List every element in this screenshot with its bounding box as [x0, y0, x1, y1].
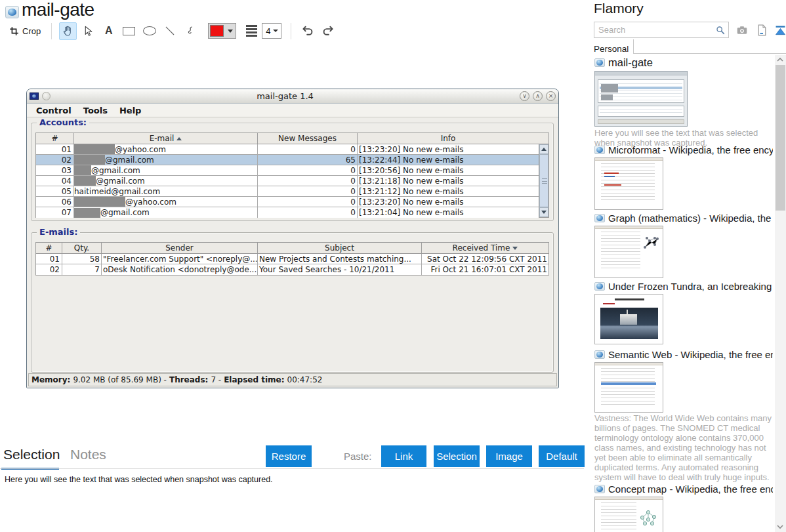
snapshot-thumbnail[interactable] — [594, 294, 663, 344]
snapshot-title: Microformat - Wikipedia, the free encycl… — [608, 144, 773, 155]
snapshot-item-microformat[interactable]: Microformat - Wikipedia, the free encycl… — [594, 144, 773, 210]
line-tool-button[interactable] — [161, 22, 178, 40]
document-icon — [757, 24, 767, 36]
toolbar-separator — [51, 23, 52, 39]
restore-button[interactable]: Restore — [266, 445, 312, 467]
redo-button[interactable] — [319, 22, 337, 40]
search-box[interactable] — [594, 22, 729, 38]
emails-group: E-mails: # Qty. Sender Subject Received … — [31, 232, 554, 373]
tabs-divider — [0, 468, 584, 469]
select-arrow-tool-button[interactable] — [79, 22, 97, 40]
size-value: 4 — [266, 26, 270, 36]
scrollbar-thumb[interactable] — [776, 65, 785, 211]
undo-button[interactable] — [299, 22, 316, 40]
scroll-to-top-icon — [774, 25, 786, 36]
emails-table: # Qty. Sender Subject Received Time 01 5… — [35, 242, 549, 276]
size-dropdown[interactable]: 4 — [262, 23, 281, 39]
undo-icon — [300, 24, 315, 37]
tab-notes[interactable]: Notes — [70, 447, 106, 462]
snapshot-item-conceptmap[interactable]: Concept map - Wikipedia, the free encycl… — [594, 483, 773, 532]
search-icon — [715, 25, 728, 35]
crop-button[interactable]: Crop — [6, 22, 44, 40]
window-icon — [30, 92, 39, 100]
accounts-rows: 01 @yahoo.com 0 [13:23:20] No new e-mail… — [36, 144, 539, 218]
flamory-sidebar: Flamory Personal mail-gate Here you will… — [589, 0, 786, 532]
scroll-down-icon — [539, 207, 548, 217]
selection-text: Here you will see the text that was sele… — [5, 475, 273, 484]
menu-help: Help — [114, 106, 147, 115]
column-header-email: E-mail — [74, 133, 258, 144]
snapshot-icon — [594, 146, 605, 154]
paste-default-button[interactable]: Default — [539, 445, 585, 467]
snapshot-title: Under Frozen Tundra, an Icebreaking Ship… — [608, 281, 773, 292]
window-status-bar: Memory:9.02 MB (of 85.69 MB) - Threads:7… — [28, 373, 557, 386]
snapshot-item-mailgate[interactable]: mail-gate Here you will see the text tha… — [594, 56, 773, 148]
accounts-group-label: Accounts: — [37, 117, 89, 127]
menu-tools: Tools — [77, 106, 114, 115]
hand-icon — [62, 25, 74, 37]
snapshot-title: Graph (mathematics) - Wikipedia, the fre… — [608, 213, 773, 224]
flamory-app-icon — [5, 6, 19, 18]
minimize-icon: ∨ — [520, 91, 529, 101]
toolbar-separator — [291, 23, 291, 39]
sidebar-title: Flamory — [594, 1, 644, 16]
snapshot-title: mail-gate — [608, 56, 653, 69]
snapshot-thumbnail[interactable] — [594, 71, 688, 127]
text-tool-icon: A — [105, 25, 113, 37]
color-picker-dropdown[interactable] — [208, 23, 236, 39]
email-row: 02 7 oDesk Notification <donotreply@ode.… — [36, 264, 548, 275]
scroll-up-icon[interactable] — [776, 56, 784, 64]
account-row: 03 @gmail.com 0 [13:20:56] No new e-mail… — [36, 165, 539, 176]
snapshot-item-semanticweb[interactable]: Semantic Web - Wikipedia, the free encyc… — [594, 349, 773, 413]
camera-capture-button[interactable] — [734, 22, 750, 38]
paste-image-button[interactable]: Image — [486, 445, 532, 467]
tab-personal[interactable]: Personal — [594, 39, 631, 54]
accounts-table: # E-mail New Messages Info 01 @yahoo.com… — [35, 133, 549, 218]
snapshot-item-graph[interactable]: Graph (mathematics) - Wikipedia, the fre… — [594, 213, 773, 278]
snapshot-preview-image[interactable]: mail-gate 1.4 ∨ ∧ × Control Tools Help A… — [26, 89, 559, 388]
window-menubar: Control Tools Help — [27, 104, 558, 117]
window-title: mail-gate 1.4 — [51, 91, 520, 101]
window-content: Accounts: # E-mail New Messages Info 01 … — [27, 117, 558, 388]
rectangle-icon — [123, 27, 135, 35]
snapshot-icon — [594, 485, 605, 493]
snapshot-icon — [594, 58, 605, 67]
scroll-down-icon[interactable] — [776, 523, 784, 531]
redo-icon — [321, 24, 335, 37]
camera-icon — [736, 25, 748, 35]
tab-selection[interactable]: Selection — [3, 447, 60, 462]
redaction-box — [74, 165, 91, 175]
maximize-icon: ∧ — [533, 91, 543, 101]
snapshot-thumbnail[interactable] — [594, 226, 663, 278]
snapshot-thumbnail[interactable] — [594, 362, 663, 413]
text-tool-button[interactable]: A — [100, 22, 117, 40]
rectangle-tool-button[interactable] — [120, 22, 138, 40]
paste-selection-button[interactable]: Selection — [434, 445, 480, 467]
snapshot-page-title: mail-gate — [22, 0, 94, 20]
editor-pane: mail-gate Crop A — [0, 0, 589, 532]
notes-page-button[interactable] — [754, 22, 770, 38]
sidebar-scrollbar[interactable] — [775, 55, 786, 532]
window-titlebar: mail-gate 1.4 ∨ ∧ × — [27, 89, 558, 104]
redaction-box — [74, 197, 125, 207]
ellipse-tool-button[interactable] — [140, 22, 158, 40]
column-header-num: # — [36, 243, 62, 253]
line-thickness-button[interactable] — [243, 22, 260, 40]
accounts-scrollbar — [539, 144, 548, 217]
freehand-tool-button[interactable] — [181, 22, 199, 40]
account-row: 05 haitimeid@gmail.com 0 [13:21:12] No n… — [36, 186, 539, 197]
collapse-to-top-button[interactable] — [772, 22, 786, 38]
search-input[interactable] — [594, 25, 715, 35]
snapshot-thumbnail[interactable] — [594, 157, 663, 210]
emails-group-label: E-mails: — [37, 227, 80, 237]
snapshot-item-tundra[interactable]: Under Frozen Tundra, an Icebreaking Ship… — [594, 281, 773, 344]
paste-link-button[interactable]: Link — [381, 445, 426, 467]
hand-tool-button[interactable] — [59, 22, 77, 40]
snapshot-thumbnail[interactable] — [594, 497, 663, 532]
column-header-info: Info — [358, 133, 539, 144]
accounts-group: Accounts: # E-mail New Messages Info 01 … — [31, 123, 554, 221]
redaction-box — [74, 155, 105, 165]
scroll-up-icon — [539, 144, 548, 154]
snapshot-title: Concept map - Wikipedia, the free encycl… — [608, 483, 773, 495]
ellipse-icon — [143, 26, 156, 35]
